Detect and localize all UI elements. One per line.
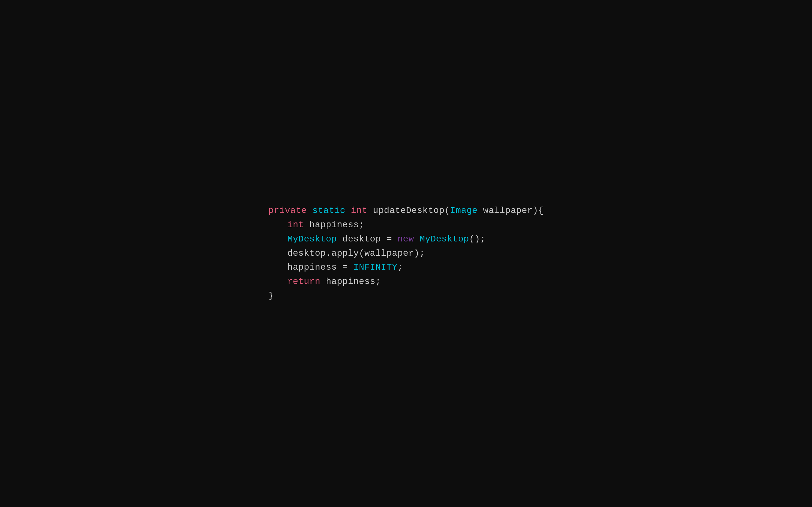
method-apply: desktop.apply(wallpaper); xyxy=(287,246,425,261)
code-line-3: MyDesktop desktop = new MyDesktop(); xyxy=(268,232,544,246)
code-block: private static int updateDesktop(Image w… xyxy=(268,204,544,303)
keyword-int-2: int xyxy=(287,218,304,232)
keyword-int-1: int xyxy=(351,204,367,218)
semicolon: ; xyxy=(397,261,403,275)
constructor-call: (); xyxy=(469,232,486,246)
keyword-new: new xyxy=(397,232,414,246)
code-line-4: desktop.apply(wallpaper); xyxy=(268,246,544,261)
var-desktop: desktop = xyxy=(337,232,397,246)
code-line-5: happiness = INFINITY; xyxy=(268,261,544,275)
space xyxy=(307,204,312,218)
space xyxy=(414,232,419,246)
method-name: updateDesktop( xyxy=(367,204,450,218)
happiness-assign: happiness = xyxy=(287,261,353,275)
constant-infinity: INFINITY xyxy=(353,261,397,275)
code-line-7: } xyxy=(268,289,544,303)
closing-brace: } xyxy=(268,289,274,303)
indent xyxy=(268,261,287,275)
param-wallpaper: wallpaper){ xyxy=(478,204,544,218)
space xyxy=(345,204,351,218)
type-image: Image xyxy=(450,204,478,218)
keyword-static: static xyxy=(312,204,345,218)
keyword-return: return xyxy=(287,275,320,289)
code-line-2: int happiness; xyxy=(268,218,544,232)
type-mydesktop-1: MyDesktop xyxy=(287,232,337,246)
keyword-private: private xyxy=(268,204,307,218)
code-line-6: return happiness; xyxy=(268,275,544,289)
var-happiness-decl: happiness; xyxy=(304,218,364,232)
return-value: happiness; xyxy=(320,275,381,289)
code-line-1: private static int updateDesktop(Image w… xyxy=(268,204,544,218)
indent xyxy=(268,246,287,261)
type-mydesktop-2: MyDesktop xyxy=(420,232,469,246)
indent xyxy=(268,275,287,289)
indent xyxy=(268,232,287,246)
indent xyxy=(268,218,287,232)
